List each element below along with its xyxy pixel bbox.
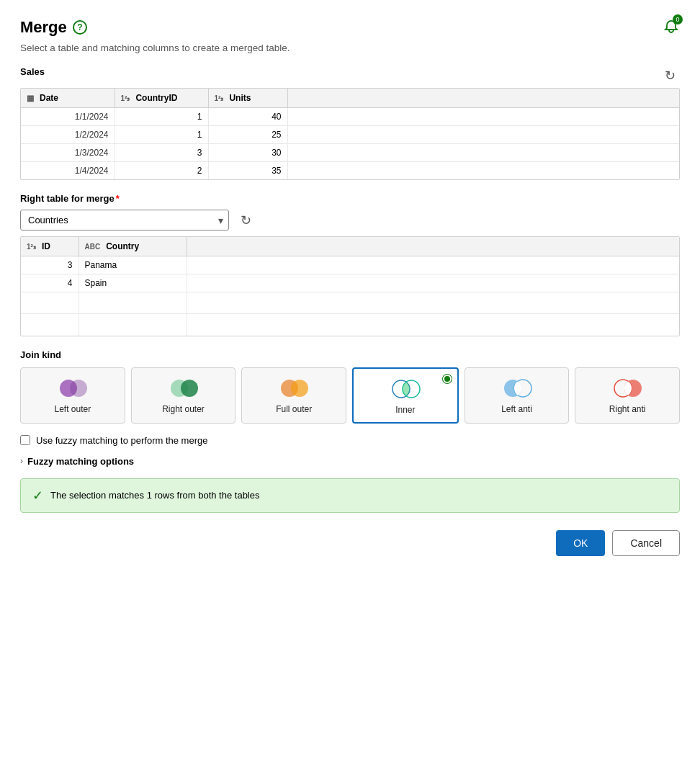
calendar-icon: ▦ bbox=[27, 94, 34, 103]
number-icon-units: 1²₃ bbox=[215, 94, 224, 102]
countries-col-id: 1²₃ ID bbox=[21, 237, 78, 256]
country-name-0: Panama bbox=[78, 256, 187, 274]
inner-venn-icon bbox=[390, 379, 421, 399]
notification-badge: 0 bbox=[673, 14, 683, 24]
country-empty-0 bbox=[187, 256, 679, 274]
svg-point-1 bbox=[70, 380, 87, 397]
sales-date-1: 1/2/2024 bbox=[21, 126, 115, 144]
left-outer-label: Left outer bbox=[54, 404, 91, 414]
country-id-blank bbox=[21, 292, 78, 314]
sales-col-date: ▦ Date bbox=[21, 89, 115, 108]
countries-table: 1²₃ ID ABC Country 3 Panama bbox=[21, 237, 679, 336]
sales-refresh-button[interactable]: ↻ bbox=[660, 66, 680, 85]
right-table-section-label: Right table for merge* bbox=[20, 193, 680, 204]
country-empty-1 bbox=[187, 274, 679, 292]
table-row bbox=[21, 292, 679, 314]
right-outer-label: Right outer bbox=[162, 404, 205, 414]
full-outer-venn-icon bbox=[278, 378, 310, 398]
right-outer-venn-icon bbox=[168, 378, 199, 398]
join-card-left-outer[interactable]: Left outer bbox=[20, 367, 125, 424]
page-title: Merge bbox=[20, 18, 67, 37]
join-card-right-outer[interactable]: Right outer bbox=[131, 367, 236, 424]
sales-table: ▦ Date 1²₃ CountryID 1²₃ Units bbox=[21, 89, 679, 179]
join-card-left-anti[interactable]: Left anti bbox=[465, 367, 570, 424]
sales-date-0: 1/1/2024 bbox=[21, 108, 115, 126]
table-row: 3 Panama bbox=[21, 256, 679, 274]
country-name-blank2 bbox=[78, 314, 187, 336]
sales-date-2: 1/3/2024 bbox=[21, 144, 115, 162]
right-table-dropdown-wrapper[interactable]: Countries ▾ bbox=[20, 210, 229, 231]
ok-button[interactable]: OK bbox=[556, 530, 605, 556]
table-row: 1/4/2024 2 35 bbox=[21, 162, 679, 180]
sales-countryid-1: 1 bbox=[115, 126, 208, 144]
table-row: 1/1/2024 1 40 bbox=[21, 108, 679, 126]
number-icon-id: 1²₃ bbox=[27, 243, 36, 251]
sales-empty-2 bbox=[287, 144, 679, 162]
country-name-1: Spain bbox=[78, 274, 187, 292]
table-row: 1/3/2024 3 30 bbox=[21, 144, 679, 162]
fuzzy-options-label: Fuzzy matching options bbox=[27, 456, 134, 467]
join-card-right-anti[interactable]: Right anti bbox=[575, 367, 680, 424]
country-empty-blank2 bbox=[187, 314, 679, 336]
inner-label: Inner bbox=[395, 405, 415, 415]
sales-section-header: Sales ↻ bbox=[20, 66, 680, 85]
right-table-dropdown-row: Countries ▾ ↻ bbox=[20, 210, 680, 231]
sales-units-1: 25 bbox=[208, 126, 287, 144]
title-left: Merge ? bbox=[20, 18, 87, 37]
fuzzy-matching-row: Use fuzzy matching to perform the merge bbox=[20, 435, 680, 446]
join-card-full-outer[interactable]: Full outer bbox=[241, 367, 346, 424]
country-empty-blank bbox=[187, 292, 679, 314]
join-kind-label: Join kind bbox=[20, 349, 680, 360]
country-id-0: 3 bbox=[21, 256, 78, 274]
sales-date-3: 1/4/2024 bbox=[21, 162, 115, 180]
help-icon[interactable]: ? bbox=[73, 20, 87, 35]
sales-table-label: Sales bbox=[20, 66, 45, 77]
right-table-refresh-button[interactable]: ↻ bbox=[236, 211, 256, 230]
cancel-button[interactable]: Cancel bbox=[612, 530, 680, 556]
sales-units-3: 35 bbox=[208, 162, 287, 180]
sales-units-0: 40 bbox=[208, 108, 287, 126]
fuzzy-matching-label: Use fuzzy matching to perform the merge bbox=[36, 435, 207, 446]
sales-empty-3 bbox=[287, 162, 679, 180]
table-row: 1/2/2024 1 25 bbox=[21, 126, 679, 144]
right-anti-label: Right anti bbox=[609, 404, 646, 414]
svg-point-5 bbox=[291, 380, 308, 397]
sales-countryid-3: 2 bbox=[115, 162, 208, 180]
sales-empty-1 bbox=[287, 126, 679, 144]
sales-col-units: 1²₃ Units bbox=[208, 89, 287, 108]
countries-col-empty bbox=[187, 237, 679, 256]
full-outer-label: Full outer bbox=[276, 404, 312, 414]
sales-col-countryid: 1²₃ CountryID bbox=[115, 89, 208, 108]
fuzzy-options-row[interactable]: › Fuzzy matching options bbox=[20, 456, 680, 467]
country-id-blank2 bbox=[21, 314, 78, 336]
sales-countryid-2: 3 bbox=[115, 144, 208, 162]
countries-table-container: 1²₃ ID ABC Country 3 Panama bbox=[20, 236, 680, 336]
number-icon-countryid: 1²₃ bbox=[121, 94, 130, 102]
sales-empty-0 bbox=[287, 108, 679, 126]
success-banner: ✓ The selection matches 1 rows from both… bbox=[20, 478, 680, 513]
right-table-select[interactable]: Countries bbox=[20, 210, 229, 231]
table-row bbox=[21, 314, 679, 336]
fuzzy-matching-checkbox[interactable] bbox=[20, 435, 30, 445]
svg-point-3 bbox=[181, 380, 198, 397]
countries-col-country: ABC Country bbox=[78, 237, 187, 256]
chevron-right-icon: › bbox=[20, 456, 23, 466]
success-check-icon: ✓ bbox=[32, 488, 43, 504]
success-message: The selection matches 1 rows from both t… bbox=[50, 490, 259, 501]
sales-countryid-0: 1 bbox=[115, 108, 208, 126]
sales-table-container: ▦ Date 1²₃ CountryID 1²₃ Units bbox=[20, 88, 680, 180]
selected-indicator bbox=[443, 375, 452, 383]
right-anti-venn-icon bbox=[611, 378, 643, 398]
country-id-1: 4 bbox=[21, 274, 78, 292]
left-anti-label: Left anti bbox=[501, 404, 532, 414]
notification-button[interactable]: 0 bbox=[663, 17, 680, 37]
sales-units-2: 30 bbox=[208, 144, 287, 162]
title-row: Merge ? 0 bbox=[20, 17, 680, 37]
left-anti-venn-icon bbox=[501, 378, 533, 398]
subtitle: Select a table and matching columns to c… bbox=[20, 42, 680, 53]
action-row: OK Cancel bbox=[20, 530, 680, 556]
join-card-inner[interactable]: Inner bbox=[352, 367, 459, 424]
left-outer-venn-icon bbox=[57, 378, 89, 398]
table-row: 4 Spain bbox=[21, 274, 679, 292]
country-name-blank bbox=[78, 292, 187, 314]
